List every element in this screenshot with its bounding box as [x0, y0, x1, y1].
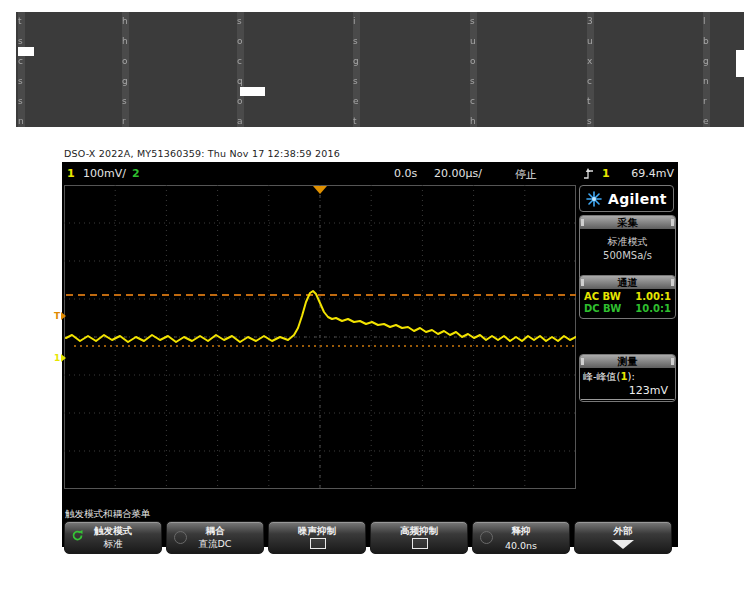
- garbled-char: l: [703, 16, 706, 26]
- timebase-readout: 20.00μs/: [434, 167, 482, 180]
- garbled-banner: tscssnhhogsrsocqoaisgsetsuosch3uxctslbgn…: [16, 12, 744, 127]
- garbled-char: s: [470, 16, 475, 26]
- garbled-char: s: [470, 76, 475, 86]
- garbled-char: g: [353, 56, 359, 66]
- garbled-column: [237, 12, 244, 127]
- peak-peak-value: 123mV: [581, 383, 674, 400]
- garbled-char: t: [587, 96, 591, 106]
- banner-gap: [240, 87, 265, 96]
- garbled-char: o: [237, 36, 243, 46]
- hf-reject-checkbox[interactable]: [412, 538, 428, 549]
- garbled-char: s: [18, 96, 23, 106]
- garbled-char: b: [703, 36, 709, 46]
- banner-gap: [736, 50, 744, 77]
- garbled-char: e: [703, 116, 709, 126]
- garbled-char: o: [122, 56, 128, 66]
- garbled-char: 3: [587, 16, 593, 26]
- channel1-scale: 100mV/: [83, 167, 126, 180]
- channel1-ground-marker: 1: [54, 353, 66, 363]
- garbled-char: h: [470, 116, 476, 126]
- softkey-holdoff[interactable]: 释抑 40.0ns: [472, 521, 570, 554]
- garbled-char: r: [122, 116, 126, 126]
- channel1-number: 1: [67, 167, 75, 180]
- waveform-plot: [64, 185, 576, 489]
- garbled-char: g: [122, 76, 128, 86]
- acquisition-mode: 标准模式: [580, 235, 675, 249]
- garbled-char: h: [122, 16, 128, 26]
- garbled-column: [587, 12, 594, 127]
- down-arrow-icon: [610, 540, 636, 550]
- garbled-column: [703, 12, 710, 127]
- garbled-char: s: [353, 36, 358, 46]
- trigger-level-marker: T: [54, 311, 66, 321]
- garbled-char: c: [237, 56, 242, 66]
- channels-header: 通道: [580, 276, 675, 289]
- garbled-char: n: [703, 76, 709, 86]
- garbled-char: c: [470, 96, 475, 106]
- softkey-external[interactable]: 外部: [574, 521, 672, 554]
- garbled-char: o: [470, 56, 476, 66]
- softkey-menu-title: 触发模式和耦合菜单: [65, 508, 151, 521]
- trigger-source: 1: [602, 167, 610, 180]
- noise-reject-checkbox[interactable]: [310, 538, 326, 549]
- channel2-number: 2: [132, 167, 140, 180]
- garbled-char: o: [237, 96, 243, 106]
- garbled-char: u: [470, 36, 476, 46]
- status-bar: 1 100mV/ 2 0.0s 20.00μs/ 停止 1 69.4mV: [62, 163, 678, 184]
- rising-edge-icon: [583, 168, 595, 180]
- garbled-char: e: [353, 96, 359, 106]
- brand-name: Agilent: [608, 191, 667, 207]
- softkey-hf-reject[interactable]: 高频抑制: [370, 521, 468, 554]
- measure-header: 测量: [580, 355, 675, 368]
- garbled-char: t: [353, 116, 357, 126]
- garbled-char: s: [353, 76, 358, 86]
- softkey-noise-reject[interactable]: 噪声抑制: [268, 521, 366, 554]
- graticule-area: T 1: [64, 185, 576, 489]
- garbled-column: [353, 12, 360, 127]
- garbled-char: c: [18, 56, 23, 66]
- garbled-char: x: [587, 56, 592, 66]
- garbled-char: h: [122, 36, 128, 46]
- brand-box: Agilent: [579, 185, 674, 212]
- garbled-char: g: [703, 56, 709, 66]
- info-sidebar: Agilent 采集 标准模式 500MSa/s 通道 AC BW 1.00:1: [579, 185, 676, 491]
- acquisition-header: 采集: [580, 216, 675, 229]
- delay-readout: 0.0s: [394, 167, 417, 180]
- garbled-column: [122, 12, 129, 127]
- garbled-char: q: [237, 76, 243, 86]
- trigger-level-readout: 69.4mV: [622, 167, 674, 180]
- peak-peak-label: 峰-峰值(1):: [580, 368, 675, 383]
- garbled-char: a: [237, 116, 243, 126]
- garbled-column: [18, 12, 25, 127]
- sample-rate: 500MSa/s: [580, 249, 675, 263]
- agilent-spark-icon: [586, 191, 602, 207]
- run-state: 停止: [515, 167, 537, 182]
- oscilloscope-screen: DSO-X 2022A, MY51360359: Thu Nov 17 12:3…: [62, 148, 678, 547]
- garbled-column: [470, 12, 477, 127]
- garbled-char: s: [18, 76, 23, 86]
- channel1-bw-row: AC BW 1.00:1: [580, 291, 675, 303]
- garbled-char: u: [587, 36, 593, 46]
- garbled-char: s: [18, 36, 23, 46]
- channels-section: 通道 AC BW 1.00:1 DC BW 10.0:1: [579, 275, 676, 319]
- garbled-char: s: [237, 16, 242, 26]
- measure-section: 测量 峰-峰值(1): 123mV: [579, 354, 676, 402]
- scope-model-timestamp: DSO-X 2022A, MY51360359: Thu Nov 17 12:3…: [64, 148, 676, 162]
- garbled-char: n: [18, 116, 24, 126]
- garbled-char: c: [587, 76, 592, 86]
- garbled-char: r: [703, 96, 707, 106]
- softkey-coupling[interactable]: 耦合 直流DC: [166, 521, 264, 554]
- garbled-char: s: [587, 116, 592, 126]
- garbled-char: t: [18, 16, 22, 26]
- garbled-char: i: [353, 16, 356, 26]
- softkey-trigger-mode[interactable]: 触发模式 标准: [64, 521, 162, 554]
- banner-gap: [18, 47, 34, 56]
- garbled-char: s: [122, 96, 127, 106]
- scope-body: 1 100mV/ 2 0.0s 20.00μs/ 停止 1 69.4mV: [62, 162, 678, 547]
- channel2-bw-row: DC BW 10.0:1: [580, 303, 675, 315]
